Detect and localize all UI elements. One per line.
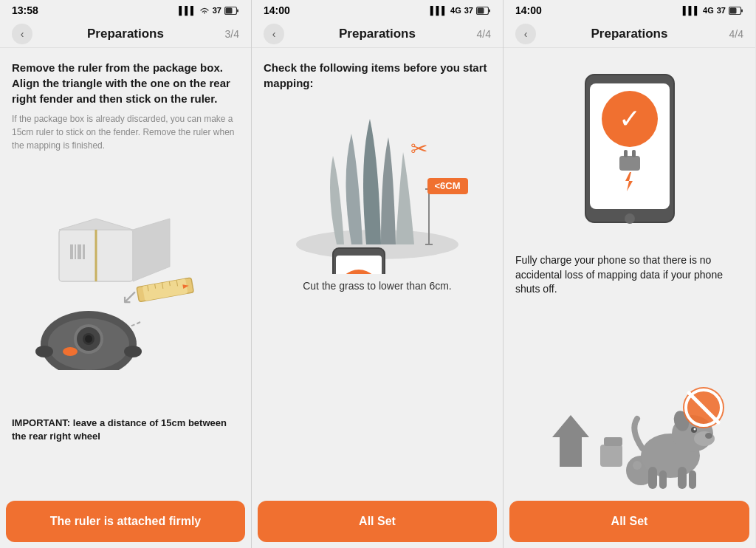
confirm-button-1[interactable]: The ruler is attached firmly (6, 501, 245, 542)
allset-button-2[interactable]: All Set (258, 501, 497, 542)
nav-page-3: 4/4 (729, 28, 743, 40)
svg-point-29 (124, 346, 142, 357)
svg-text:✓: ✓ (619, 103, 641, 134)
status-icons-1: ▌▌▌ 37 (179, 6, 239, 15)
svg-rect-32 (489, 9, 490, 12)
content-1: Remove the ruler from the package box. A… (0, 48, 251, 548)
panel1-bottom: IMPORTANT: leave a distance of 15cm betw… (12, 417, 239, 496)
nav-page-2: 4/4 (477, 28, 491, 40)
svg-rect-47 (741, 9, 743, 12)
svg-point-64 (694, 431, 715, 446)
svg-rect-71 (659, 470, 667, 489)
panel-2: 14:00 ▌▌▌ 4G 37 ‹ Preparations 4/4 Check… (252, 0, 504, 548)
svg-rect-7 (70, 244, 73, 259)
svg-point-61 (633, 461, 642, 470)
important-text-1: IMPORTANT: leave a distance of 15cm betw… (12, 417, 239, 443)
svg-text:✂: ✂ (410, 137, 427, 160)
battery-icon-2 (476, 7, 491, 15)
svg-rect-58 (600, 445, 622, 467)
svg-point-65 (705, 433, 712, 439)
battery-icon-1 (224, 7, 239, 15)
network-badge-3: 4G (703, 6, 714, 15)
back-button-1[interactable]: ‹ (12, 24, 32, 44)
time-1: 13:58 (12, 4, 38, 16)
svg-rect-59 (604, 437, 622, 446)
nav-bar-3: ‹ Preparations 4/4 (504, 21, 755, 48)
grass-label: Cut the grass to lower than 6cm. (303, 280, 452, 292)
status-bar-2: 14:00 ▌▌▌ 4G 37 (252, 0, 503, 21)
time-2: 14:00 (264, 4, 290, 16)
box-robot-svg: ↙ (15, 208, 236, 370)
panel-3: 14:00 ▌▌▌ 4G 37 ‹ Preparations 4/4 (504, 0, 755, 548)
signal-icon-3: ▌▌▌ (683, 6, 700, 15)
svg-rect-54 (624, 150, 628, 157)
svg-rect-8 (75, 244, 76, 259)
panel-1: 13:58 ▌▌▌ 37 ‹ Preparations 3 (0, 0, 252, 548)
svg-rect-10 (83, 244, 85, 259)
battery-icon-3 (729, 7, 743, 15)
svg-rect-2 (237, 9, 238, 12)
nav-bar-1: ‹ Preparations 3/4 (0, 21, 251, 48)
svg-text:<6CM: <6CM (434, 180, 460, 191)
main-text-2: Check the following items before you sta… (264, 60, 491, 91)
charge-svg: ✓ (556, 60, 704, 244)
nav-title-2: Preparations (339, 27, 416, 41)
svg-marker-5 (133, 219, 170, 281)
svg-rect-69 (648, 467, 657, 489)
back-button-2[interactable]: ‹ (264, 24, 284, 44)
status-bar-3: 14:00 ▌▌▌ 4G 37 (504, 0, 755, 21)
back-button-3[interactable]: ‹ (515, 24, 536, 44)
svg-point-50 (625, 213, 635, 224)
time-3: 14:00 (515, 4, 542, 16)
svg-point-26 (85, 335, 92, 343)
sub-text-1: If the package box is already discarded,… (12, 112, 239, 152)
wifi-icon-1 (199, 6, 210, 15)
status-icons-2: ▌▌▌ 4G 37 (430, 6, 491, 15)
status-icons-3: ▌▌▌ 4G 37 (683, 6, 743, 15)
grass-svg: <6CM ✂ ✓ (267, 97, 488, 274)
svg-rect-55 (632, 150, 636, 157)
network-badge-2: 4G (450, 6, 461, 15)
allset-button-3[interactable]: All Set (509, 501, 749, 542)
svg-point-67 (693, 428, 695, 431)
illustration-1: ↙ (12, 161, 239, 417)
nav-title-1: Preparations (87, 27, 164, 41)
svg-rect-53 (619, 156, 640, 171)
main-text-1: Remove the ruler from the package box. A… (12, 60, 239, 106)
svg-point-27 (63, 347, 78, 356)
svg-rect-70 (678, 467, 687, 489)
signal-icon-2: ▌▌▌ (430, 6, 447, 15)
battery-1: 37 (213, 6, 221, 15)
svg-text:↙: ↙ (121, 285, 138, 308)
svg-rect-72 (689, 470, 696, 489)
svg-marker-57 (552, 415, 589, 467)
content-3: ✓ Fully charge your phone so that there … (504, 48, 755, 548)
signal-icon-1: ▌▌▌ (179, 6, 196, 15)
charge-text: Fully charge your phone so that there is… (515, 253, 743, 297)
svg-rect-9 (78, 244, 81, 259)
svg-rect-31 (478, 7, 484, 13)
nav-bar-2: ‹ Preparations 4/4 (252, 21, 503, 48)
pet-svg (526, 371, 733, 489)
nav-title-3: Preparations (591, 27, 668, 41)
svg-rect-46 (730, 7, 737, 13)
svg-marker-4 (59, 219, 133, 230)
status-bar-1: 13:58 ▌▌▌ 37 (0, 0, 251, 21)
content-2: Check the following items before you sta… (252, 48, 503, 548)
nav-page-1: 3/4 (225, 28, 239, 40)
battery-3: 37 (717, 6, 726, 15)
battery-2: 37 (464, 6, 473, 15)
svg-point-28 (35, 346, 53, 357)
svg-rect-1 (226, 7, 233, 13)
